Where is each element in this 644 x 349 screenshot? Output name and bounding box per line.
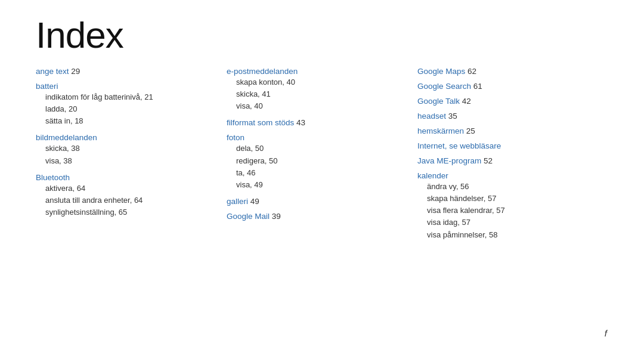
sub-entries: skicka, 38visa, 38	[36, 143, 215, 166]
entry-term: galleri 49	[227, 197, 405, 206]
sub-entries: indikatom för låg batterinivå, 21ladda, …	[36, 91, 215, 127]
entry-group: Internet, se webbläsare	[417, 141, 596, 150]
sub-entry: ta, 46	[236, 167, 405, 179]
sub-entry: skicka, 41	[236, 88, 405, 100]
sub-entry: visa flera kalendrar, 57	[427, 205, 596, 217]
sub-entry: ladda, 20	[45, 103, 215, 115]
sub-entry: ändra vy, 56	[427, 181, 596, 193]
sub-entry: ansluta till andra enheter, 64	[45, 194, 215, 206]
sub-entries: aktivera, 64ansluta till andra enheter, …	[36, 183, 215, 218]
index-columns: ange text 29batteriindikatom för låg bat…	[36, 67, 608, 247]
entry-term: Google Maps 62	[417, 67, 596, 76]
sub-entry: redigera, 50	[236, 155, 405, 167]
entry-group: e-postmeddelandenskapa konton, 40skicka,…	[227, 67, 405, 112]
sub-entries: dela, 50redigera, 50ta, 46visa, 49	[227, 143, 405, 191]
column-1: ange text 29batteriindikatom för låg bat…	[36, 67, 227, 247]
sub-entry: visa, 49	[236, 179, 405, 191]
entry-term: Google Search 61	[417, 82, 596, 91]
entry-group: Google Talk 42	[417, 97, 596, 106]
entry-term: hemskärmen 25	[417, 126, 596, 135]
entry-term: e-postmeddelanden	[227, 67, 405, 76]
sub-entries: skapa konton, 40skicka, 41visa, 40	[227, 76, 405, 112]
entry-group: Google Maps 62	[417, 67, 596, 76]
sub-entry: visa påminnelser, 58	[427, 229, 596, 241]
sub-entry: dela, 50	[236, 143, 405, 155]
entry-group: Google Search 61	[417, 82, 596, 91]
sub-entry: visa, 38	[45, 155, 215, 167]
page-title: Index	[36, 17, 608, 54]
entry-term: ange text 29	[36, 67, 215, 76]
entry-group: fotondela, 50redigera, 50ta, 46visa, 49	[227, 133, 405, 191]
entry-group: galleri 49	[227, 197, 405, 206]
entry-group: ange text 29	[36, 67, 215, 76]
entry-term: headset 35	[417, 112, 596, 121]
entry-group: bildmeddelandenskicka, 38visa, 38	[36, 133, 215, 166]
entry-term: Java ME-program 52	[417, 156, 596, 165]
entry-term: kalender	[417, 171, 596, 180]
entry-term: Google Mail 39	[227, 212, 405, 221]
entry-group: hemskärmen 25	[417, 126, 596, 135]
entry-group: batteriindikatom för låg batterinivå, 21…	[36, 82, 215, 127]
sub-entry: aktivera, 64	[45, 183, 215, 194]
sub-entries: ändra vy, 56skapa händelser, 57visa fler…	[417, 181, 596, 241]
entry-group: Bluetoothaktivera, 64ansluta till andra …	[36, 173, 215, 218]
sub-entry: visa idag, 57	[427, 217, 596, 228]
sub-entry: skapa händelser, 57	[427, 193, 596, 205]
entry-group: headset 35	[417, 112, 596, 121]
entry-group: kalenderändra vy, 56skapa händelser, 57v…	[417, 171, 596, 241]
column-3: Google Maps 62Google Search 61Google Tal…	[417, 67, 608, 247]
sub-entry: visa, 40	[236, 100, 405, 112]
sub-entry: skapa konton, 40	[236, 76, 405, 88]
entry-term: Google Talk 42	[417, 97, 596, 106]
entry-term: filformat som stöds 43	[227, 118, 405, 127]
sub-entry: synlighetsinställning, 65	[45, 206, 215, 218]
entry-term: Bluetooth	[36, 173, 215, 182]
entry-group: Google Mail 39	[227, 212, 405, 221]
entry-group: filformat som stöds 43	[227, 118, 405, 127]
sub-entry: sätta in, 18	[45, 115, 215, 127]
entry-group: Java ME-program 52	[417, 156, 596, 165]
entry-term: bildmeddelanden	[36, 133, 215, 142]
sub-entry: indikatom för låg batterinivå, 21	[45, 91, 215, 103]
footer-letter: f	[605, 328, 607, 338]
sub-entry: skicka, 38	[45, 143, 215, 155]
entry-term: Internet, se webbläsare	[417, 141, 596, 150]
entry-term: foton	[227, 133, 405, 142]
page: Index ange text 29batteriindikatom för l…	[0, 0, 644, 349]
column-2: e-postmeddelandenskapa konton, 40skicka,…	[227, 67, 417, 247]
entry-term: batteri	[36, 82, 215, 91]
